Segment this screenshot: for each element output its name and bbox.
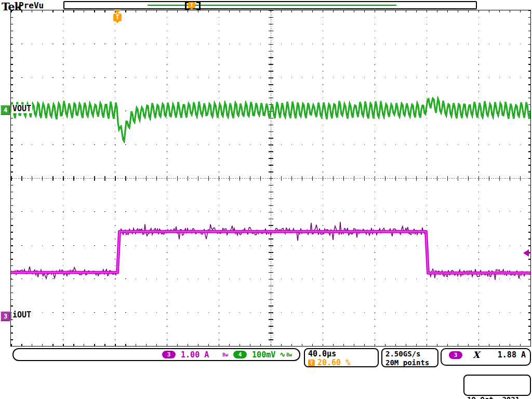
channel-4-position-marker: 4 xyxy=(1,105,10,115)
trigger-flag-letter: T xyxy=(190,2,193,8)
trigger-level-arrow-icon xyxy=(523,249,529,257)
acquisition-readout-box: 2.50GS/s 20M points xyxy=(381,348,438,367)
trigger-slope-icon: X xyxy=(473,351,480,359)
datetime-box: 19 Oct 2021 16:08:41 xyxy=(463,375,531,396)
trigger-position-letter: T xyxy=(115,14,119,21)
trigger-position-marker: T xyxy=(113,10,122,24)
iout-trace-label: iOUT xyxy=(11,311,32,320)
trigger-source-badge: 3 xyxy=(449,351,462,359)
ch4-ac-coupling-icon: ∿ xyxy=(280,351,285,358)
trigger-position-shield-point xyxy=(115,21,119,23)
ch4-bandwidth-icon: Bw xyxy=(286,352,292,357)
trigger-position-shield-icon: T xyxy=(113,14,122,21)
waveform-canvas xyxy=(11,10,530,346)
ch4-scale-readout: 100mV xyxy=(252,350,275,360)
channel-4-number: 4 xyxy=(4,107,7,114)
oscilloscope-screen: Tek PreVu T T 4 VOUT 3 iOUT 3 1.00 A Bw xyxy=(0,0,532,399)
trigger-readout-box: 3 X 1.88 A xyxy=(441,348,531,366)
acquisition-status: PreVu xyxy=(19,1,44,10)
channel-3-number: 3 xyxy=(4,313,7,320)
channel-readouts-bar: 3 1.00 A Bw 4 100mV ∿ Bw xyxy=(12,348,300,361)
record-length-readout: 20M points xyxy=(385,358,434,367)
sample-rate-readout: 2.50GS/s xyxy=(385,350,434,358)
trigger-position-readout: T 20.60 % xyxy=(308,358,375,367)
view-window-bracket-right xyxy=(196,2,201,10)
ch3-scale-readout: 1.00 A xyxy=(181,350,209,360)
trigger-level-arrow-tail xyxy=(528,252,531,254)
ch3-badge: 3 xyxy=(162,351,176,358)
timebase-scale-readout: 40.0µs xyxy=(308,350,375,358)
vout-trace-label: VOUT xyxy=(11,104,32,113)
trigger-position-percent: 20.60 % xyxy=(317,358,350,367)
acquisition-preview-bar: T xyxy=(63,1,477,9)
channel-3-position-marker: 3 xyxy=(1,311,10,322)
trigger-position-triangle-icon xyxy=(114,10,121,14)
ch4-badge: 4 xyxy=(233,351,247,358)
trigger-icon: T xyxy=(308,360,315,366)
ch3-bandwidth-icon: Bw xyxy=(222,352,228,357)
date-readout: 19 Oct 2021 xyxy=(467,395,527,399)
timebase-readout-box: 40.0µs T 20.60 % xyxy=(304,348,379,367)
graticule xyxy=(10,10,531,347)
trigger-position-flag-icon: T xyxy=(188,2,195,8)
trigger-level-readout: 1.88 A xyxy=(498,351,526,359)
